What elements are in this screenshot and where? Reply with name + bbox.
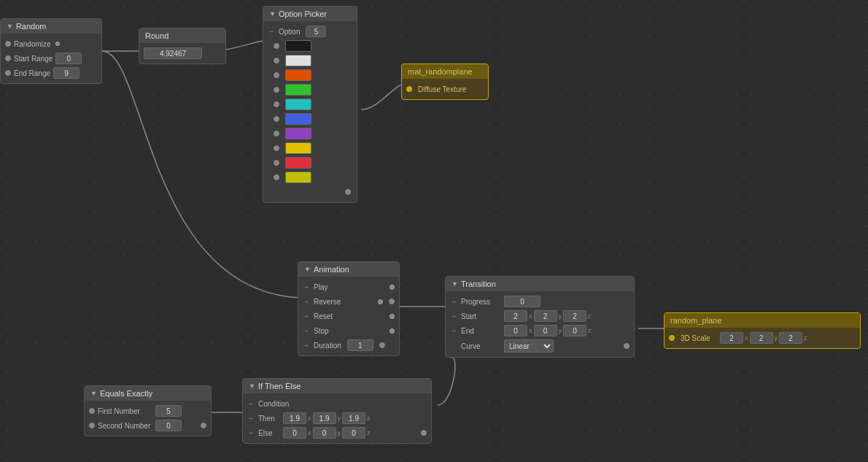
color-swatch-4[interactable] (285, 99, 311, 110)
end-y-input[interactable] (534, 325, 557, 336)
random-plane-node: random_plane 3D Scale x y z (664, 312, 861, 349)
option-value-input[interactable] (306, 26, 326, 37)
else-out-port[interactable] (421, 430, 427, 436)
mat-body: Diffuse Texture (402, 79, 488, 99)
first-number-input[interactable] (155, 405, 182, 417)
color-port-3[interactable] (274, 87, 279, 93)
then-z-input[interactable] (342, 412, 365, 424)
color-port-1[interactable] (274, 58, 279, 63)
end-xyz: x y z (504, 325, 592, 336)
else-z-input[interactable] (342, 427, 365, 439)
end-z-input[interactable] (563, 325, 586, 336)
else-row: → Else x y z (243, 426, 431, 440)
random-collapse-arrow[interactable]: ▼ (7, 23, 13, 30)
duration-row: → Duration (298, 338, 399, 353)
start-x-input[interactable] (504, 310, 527, 322)
first-number-port[interactable] (89, 408, 95, 414)
start-range-port[interactable] (5, 55, 11, 61)
scale-port[interactable] (669, 335, 675, 341)
transition-collapse[interactable]: ▼ (452, 280, 458, 288)
option-picker-header: ▼ Option Picker (263, 7, 357, 21)
color-port-9[interactable] (274, 174, 279, 180)
then-xyz: x y z (283, 412, 371, 424)
reverse-out-port[interactable] (389, 299, 395, 304)
color-swatch-9[interactable] (285, 172, 311, 183)
color-port-4[interactable] (274, 101, 279, 107)
scale-x-input[interactable] (720, 332, 743, 344)
random-body: Randomize Start Range End Range (1, 34, 101, 83)
color-swatch-1[interactable] (285, 55, 311, 66)
equals-out-port[interactable] (201, 423, 206, 428)
animation-collapse[interactable]: ▼ (304, 266, 311, 273)
start-arrow: → (450, 312, 457, 320)
reverse-label: Reverse (314, 298, 341, 306)
end-x-label: x (529, 327, 532, 334)
play-label: Play (314, 283, 328, 291)
end-x-input[interactable] (504, 325, 527, 336)
start-range-input[interactable] (55, 53, 82, 64)
color-port-0[interactable] (274, 43, 279, 49)
end-range-port[interactable] (5, 70, 11, 76)
output-port[interactable] (345, 189, 351, 195)
color-swatch-8[interactable] (285, 157, 311, 169)
color-port-5[interactable] (274, 116, 279, 122)
stop-label: Stop (314, 327, 329, 335)
start-x-label: x (529, 312, 532, 320)
scale-y-input[interactable] (750, 332, 773, 344)
round-value-input[interactable] (144, 47, 202, 59)
color-row-1 (263, 53, 357, 68)
if-then-else-collapse[interactable]: ▼ (249, 382, 255, 390)
color-swatch-6[interactable] (285, 128, 311, 139)
transition-out-port[interactable] (624, 343, 629, 349)
end-range-row: End Range (1, 66, 101, 80)
color-row-4 (263, 97, 357, 112)
else-x-input[interactable] (283, 427, 306, 439)
color-port-7[interactable] (274, 145, 279, 151)
start-xyz: x y z (504, 310, 592, 322)
color-swatch-2[interactable] (285, 69, 311, 81)
then-y-input[interactable] (313, 412, 336, 424)
duration-input[interactable] (347, 339, 373, 351)
start-range-label: Start Range (14, 55, 53, 63)
progress-arrow: → (450, 298, 457, 305)
then-arrow: → (247, 415, 254, 422)
color-row-5 (263, 112, 357, 126)
equals-collapse[interactable]: ▼ (90, 390, 97, 397)
else-y-input[interactable] (313, 427, 336, 439)
duration-out-port[interactable] (379, 342, 385, 348)
then-x-input[interactable] (283, 412, 306, 424)
mat-title: mat_randomplane (408, 67, 473, 76)
color-port-6[interactable] (274, 131, 279, 136)
progress-input[interactable] (504, 296, 540, 307)
start-range-row: Start Range (1, 51, 101, 66)
scale-y-label: y (775, 334, 778, 342)
color-swatch-5[interactable] (285, 113, 311, 125)
then-x-label: x (308, 415, 311, 422)
start-z-input[interactable] (563, 310, 586, 322)
color-swatch-3[interactable] (285, 84, 311, 96)
second-number-input[interactable] (155, 420, 182, 431)
equals-body: First Number Second Number (85, 401, 211, 436)
random-plane-header: random_plane (664, 313, 860, 328)
reverse-row: → Reverse (298, 294, 399, 309)
color-swatch-7[interactable] (285, 142, 311, 154)
start-row: → Start x y z (446, 309, 634, 323)
option-picker-collapse[interactable]: ▼ (269, 10, 276, 18)
end-range-input[interactable] (53, 67, 80, 79)
randomize-port[interactable] (5, 41, 11, 47)
color-port-8[interactable] (274, 160, 279, 166)
color-row-9 (263, 170, 357, 185)
color-port-2[interactable] (274, 72, 279, 78)
stop-row: → Stop (298, 323, 399, 338)
second-number-port[interactable] (89, 423, 95, 428)
scale-z-input[interactable] (779, 332, 802, 344)
scale-row: 3D Scale x y z (664, 331, 860, 345)
animation-title: Animation (314, 265, 349, 274)
then-y-label: y (338, 415, 341, 422)
else-y-label: y (338, 429, 341, 436)
curve-select[interactable]: Linear Ease In Ease Out (504, 339, 554, 353)
color-swatch-0[interactable] (285, 40, 311, 52)
diffuse-port[interactable] (406, 86, 412, 92)
start-y-input[interactable] (534, 310, 557, 322)
then-z-label: z (367, 415, 371, 422)
